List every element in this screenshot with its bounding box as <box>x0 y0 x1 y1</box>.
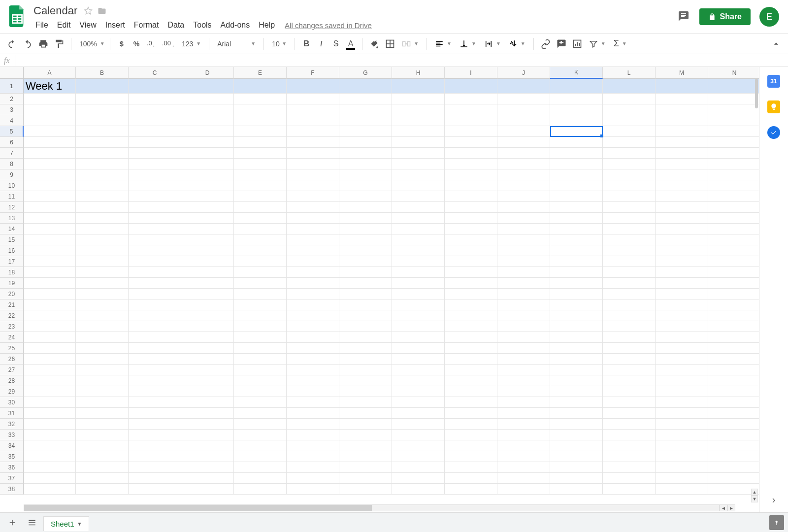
cell-L11[interactable] <box>603 191 656 202</box>
cell-C29[interactable] <box>129 386 181 397</box>
row-header-7[interactable]: 7 <box>0 148 24 159</box>
cell-C22[interactable] <box>129 310 181 321</box>
cell-D32[interactable] <box>181 419 234 430</box>
cell-D7[interactable] <box>181 148 234 159</box>
cell-A29[interactable] <box>24 386 76 397</box>
cell-K33[interactable] <box>550 430 603 440</box>
cell-K22[interactable] <box>550 310 603 321</box>
cell-E24[interactable] <box>234 332 287 343</box>
menu-help[interactable]: Help <box>255 19 279 32</box>
cell-G16[interactable] <box>339 245 392 256</box>
cell-B14[interactable] <box>76 224 129 234</box>
cell-E28[interactable] <box>234 375 287 386</box>
cell-F10[interactable] <box>287 180 339 191</box>
cell-N35[interactable] <box>708 451 759 462</box>
cell-E7[interactable] <box>234 148 287 159</box>
cell-M24[interactable] <box>656 332 708 343</box>
cell-C18[interactable] <box>129 267 181 278</box>
cell-B24[interactable] <box>76 332 129 343</box>
cell-N15[interactable] <box>708 234 759 245</box>
cell-H31[interactable] <box>392 408 445 419</box>
cell-B6[interactable] <box>76 137 129 148</box>
cell-C3[interactable] <box>129 104 181 115</box>
font-dropdown[interactable]: Arial▼ <box>214 40 259 48</box>
cell-G36[interactable] <box>339 462 392 473</box>
cell-G24[interactable] <box>339 332 392 343</box>
cell-D35[interactable] <box>181 451 234 462</box>
cell-K11[interactable] <box>550 191 603 202</box>
cell-I37[interactable] <box>445 473 497 484</box>
cell-H21[interactable] <box>392 299 445 310</box>
cell-L15[interactable] <box>603 234 656 245</box>
cell-J4[interactable] <box>497 115 550 126</box>
cell-E35[interactable] <box>234 451 287 462</box>
cell-K27[interactable] <box>550 365 603 375</box>
row-header-32[interactable]: 32 <box>0 419 24 430</box>
cell-J3[interactable] <box>497 104 550 115</box>
cell-D21[interactable] <box>181 299 234 310</box>
cell-M5[interactable] <box>656 126 708 137</box>
cell-M15[interactable] <box>656 234 708 245</box>
cell-H37[interactable] <box>392 473 445 484</box>
cell-E17[interactable] <box>234 256 287 267</box>
cell-N37[interactable] <box>708 473 759 484</box>
cell-D33[interactable] <box>181 430 234 440</box>
cell-H18[interactable] <box>392 267 445 278</box>
row-header-8[interactable]: 8 <box>0 159 24 169</box>
col-header-H[interactable]: H <box>392 67 445 79</box>
cell-N16[interactable] <box>708 245 759 256</box>
row-header-2[interactable]: 2 <box>0 94 24 104</box>
cell-F28[interactable] <box>287 375 339 386</box>
cell-K32[interactable] <box>550 419 603 430</box>
cell-M18[interactable] <box>656 267 708 278</box>
cell-H36[interactable] <box>392 462 445 473</box>
cell-E26[interactable] <box>234 354 287 365</box>
cell-A15[interactable] <box>24 234 76 245</box>
cell-L23[interactable] <box>603 321 656 332</box>
cell-L22[interactable] <box>603 310 656 321</box>
cell-J36[interactable] <box>497 462 550 473</box>
horizontal-align-dropdown[interactable]: ▼ <box>432 39 455 48</box>
cell-L34[interactable] <box>603 440 656 451</box>
row-header-6[interactable]: 6 <box>0 137 24 148</box>
cell-J5[interactable] <box>497 126 550 137</box>
cell-D25[interactable] <box>181 343 234 354</box>
cell-I8[interactable] <box>445 159 497 169</box>
cell-M9[interactable] <box>656 169 708 180</box>
tasks-addon-icon[interactable] <box>767 126 780 139</box>
vertical-scrollbar[interactable] <box>755 79 758 108</box>
cell-I3[interactable] <box>445 104 497 115</box>
cell-F25[interactable] <box>287 343 339 354</box>
cell-L26[interactable] <box>603 354 656 365</box>
add-sheet-icon[interactable] <box>4 515 21 530</box>
scroll-right-icon[interactable]: ► <box>727 504 735 511</box>
cell-B21[interactable] <box>76 299 129 310</box>
cell-K4[interactable] <box>550 115 603 126</box>
cell-B31[interactable] <box>76 408 129 419</box>
cell-N25[interactable] <box>708 343 759 354</box>
cell-G18[interactable] <box>339 267 392 278</box>
cell-C11[interactable] <box>129 191 181 202</box>
cell-J1[interactable] <box>497 79 550 94</box>
cell-L35[interactable] <box>603 451 656 462</box>
decrease-decimal-icon[interactable]: .0← <box>145 37 158 51</box>
cell-I28[interactable] <box>445 375 497 386</box>
cell-C31[interactable] <box>129 408 181 419</box>
row-header-24[interactable]: 24 <box>0 332 24 343</box>
comment-history-icon[interactable] <box>678 10 690 23</box>
cell-H20[interactable] <box>392 289 445 299</box>
cell-K17[interactable] <box>550 256 603 267</box>
cell-A21[interactable] <box>24 299 76 310</box>
cell-F1[interactable] <box>287 79 339 94</box>
explore-icon[interactable] <box>769 515 784 530</box>
cell-C10[interactable] <box>129 180 181 191</box>
cell-E31[interactable] <box>234 408 287 419</box>
cell-M28[interactable] <box>656 375 708 386</box>
cell-M23[interactable] <box>656 321 708 332</box>
cell-N30[interactable] <box>708 397 759 408</box>
col-header-F[interactable]: F <box>287 67 339 79</box>
cell-A34[interactable] <box>24 440 76 451</box>
cell-M16[interactable] <box>656 245 708 256</box>
cell-I23[interactable] <box>445 321 497 332</box>
cell-J10[interactable] <box>497 180 550 191</box>
